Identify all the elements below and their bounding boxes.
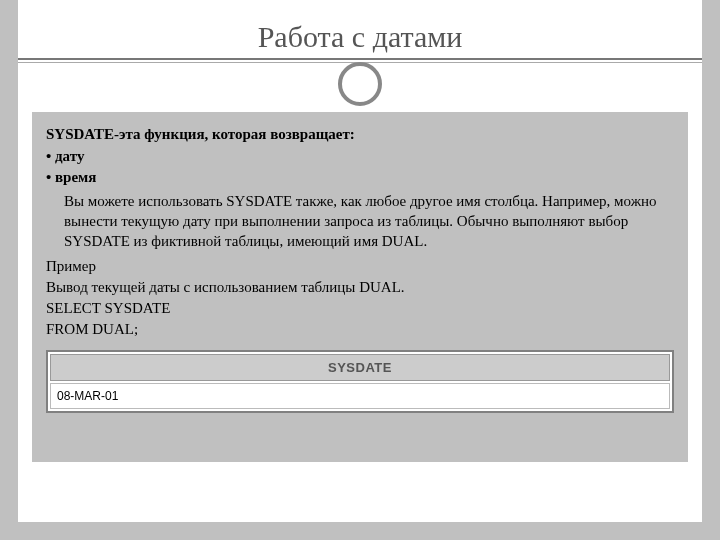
slide-title: Работа с датами [18, 0, 702, 54]
result-table: SYSDATE 08-MAR-01 [46, 350, 674, 414]
bullet-item: время [46, 167, 674, 187]
table-row: 08-MAR-01 [50, 383, 670, 409]
content-panel: SYSDATE-эта функция, которая возвращает:… [32, 112, 688, 462]
table-header: SYSDATE [50, 354, 670, 382]
table-cell: 08-MAR-01 [50, 383, 670, 409]
slide: Работа с датами SYSDATE-эта функция, кот… [18, 0, 702, 522]
sql-line: SELECT SYSDATE [46, 298, 674, 318]
bullet-item: дату [46, 146, 674, 166]
paragraph: Вы можете использовать SYSDATE также, ка… [64, 191, 674, 252]
divider-line [18, 58, 702, 60]
ring-icon [338, 62, 382, 106]
example-desc: Вывод текущей даты с использованием табл… [46, 277, 674, 297]
bullet-list: дату время [46, 146, 674, 187]
example-label: Пример [46, 256, 674, 276]
section-heading: SYSDATE-эта функция, которая возвращает: [46, 124, 674, 144]
sql-line: FROM DUAL; [46, 319, 674, 339]
